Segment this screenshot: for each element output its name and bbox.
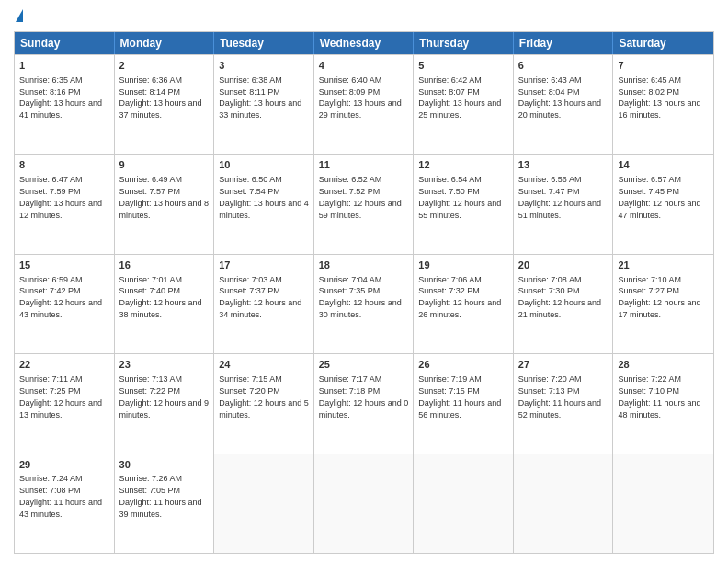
calendar-cell [613, 454, 713, 553]
cell-info: Sunrise: 7:17 AMSunset: 7:18 PMDaylight:… [319, 374, 409, 419]
calendar-header: SundayMondayTuesdayWednesdayThursdayFrid… [15, 32, 713, 54]
cell-info: Sunrise: 6:35 AMSunset: 8:16 PMDaylight:… [19, 75, 102, 120]
cell-info: Sunrise: 7:19 AMSunset: 7:15 PMDaylight:… [418, 374, 501, 419]
logo [14, 9, 23, 24]
calendar-row: 29Sunrise: 7:24 AMSunset: 7:08 PMDayligh… [15, 454, 713, 553]
cell-info: Sunrise: 6:47 AMSunset: 7:59 PMDaylight:… [19, 175, 102, 219]
header [14, 9, 714, 24]
weekday-header: Monday [115, 32, 215, 54]
calendar-cell: 4Sunrise: 6:40 AMSunset: 8:09 PMDaylight… [314, 55, 415, 154]
calendar-cell: 1Sunrise: 6:35 AMSunset: 8:16 PMDaylight… [15, 55, 115, 154]
calendar-cell: 13Sunrise: 6:56 AMSunset: 7:47 PMDayligh… [514, 155, 614, 253]
day-number: 22 [19, 358, 109, 372]
cell-info: Sunrise: 7:04 AMSunset: 7:35 PMDaylight:… [319, 275, 402, 319]
calendar-cell [214, 454, 314, 553]
cell-info: Sunrise: 6:40 AMSunset: 8:09 PMDaylight:… [319, 75, 402, 120]
calendar-cell: 27Sunrise: 7:20 AMSunset: 7:13 PMDayligh… [514, 354, 614, 453]
cell-info: Sunrise: 7:06 AMSunset: 7:32 PMDaylight:… [418, 275, 501, 319]
calendar-cell: 19Sunrise: 7:06 AMSunset: 7:32 PMDayligh… [414, 255, 514, 353]
calendar-cell [314, 454, 415, 553]
calendar-cell: 3Sunrise: 6:38 AMSunset: 8:11 PMDaylight… [214, 55, 314, 154]
day-number: 5 [418, 59, 508, 73]
day-number: 30 [119, 458, 210, 472]
calendar-cell: 9Sunrise: 6:49 AMSunset: 7:57 PMDaylight… [115, 155, 215, 253]
day-number: 8 [19, 158, 109, 172]
cell-info: Sunrise: 6:54 AMSunset: 7:50 PMDaylight:… [418, 175, 501, 219]
day-number: 6 [518, 59, 609, 73]
cell-info: Sunrise: 7:24 AMSunset: 7:08 PMDaylight:… [19, 474, 102, 518]
day-number: 4 [319, 59, 409, 73]
logo-triangle-icon [16, 9, 23, 22]
calendar-cell: 29Sunrise: 7:24 AMSunset: 7:08 PMDayligh… [15, 454, 115, 553]
day-number: 2 [119, 59, 210, 73]
weekday-header: Friday [514, 32, 614, 54]
calendar-cell: 26Sunrise: 7:19 AMSunset: 7:15 PMDayligh… [414, 354, 514, 453]
cell-info: Sunrise: 7:20 AMSunset: 7:13 PMDaylight:… [518, 374, 601, 419]
calendar-body: 1Sunrise: 6:35 AMSunset: 8:16 PMDaylight… [15, 54, 713, 553]
calendar-row: 22Sunrise: 7:11 AMSunset: 7:25 PMDayligh… [15, 353, 713, 453]
calendar-cell: 20Sunrise: 7:08 AMSunset: 7:30 PMDayligh… [514, 255, 614, 353]
calendar-cell: 21Sunrise: 7:10 AMSunset: 7:27 PMDayligh… [613, 255, 713, 353]
calendar-cell: 28Sunrise: 7:22 AMSunset: 7:10 PMDayligh… [613, 354, 713, 453]
calendar-cell: 22Sunrise: 7:11 AMSunset: 7:25 PMDayligh… [15, 354, 115, 453]
calendar-cell [414, 454, 514, 553]
cell-info: Sunrise: 7:01 AMSunset: 7:40 PMDaylight:… [119, 275, 202, 319]
cell-info: Sunrise: 7:11 AMSunset: 7:25 PMDaylight:… [19, 374, 102, 419]
day-number: 9 [119, 158, 210, 172]
cell-info: Sunrise: 6:36 AMSunset: 8:14 PMDaylight:… [119, 75, 202, 120]
weekday-header: Thursday [414, 32, 514, 54]
day-number: 21 [618, 259, 709, 272]
cell-info: Sunrise: 6:57 AMSunset: 7:45 PMDaylight:… [618, 175, 700, 219]
weekday-header: Tuesday [214, 32, 314, 54]
day-number: 12 [418, 158, 508, 172]
calendar-cell: 23Sunrise: 7:13 AMSunset: 7:22 PMDayligh… [115, 354, 215, 453]
calendar-cell: 15Sunrise: 6:59 AMSunset: 7:42 PMDayligh… [15, 255, 115, 353]
calendar-cell: 24Sunrise: 7:15 AMSunset: 7:20 PMDayligh… [214, 354, 314, 453]
calendar-cell: 10Sunrise: 6:50 AMSunset: 7:54 PMDayligh… [214, 155, 314, 253]
day-number: 11 [319, 158, 409, 172]
cell-info: Sunrise: 7:26 AMSunset: 7:05 PMDaylight:… [119, 474, 202, 518]
page: SundayMondayTuesdayWednesdayThursdayFrid… [0, 0, 728, 563]
calendar-cell: 6Sunrise: 6:43 AMSunset: 8:04 PMDaylight… [514, 55, 614, 154]
cell-info: Sunrise: 6:59 AMSunset: 7:42 PMDaylight:… [19, 275, 102, 319]
calendar-cell: 2Sunrise: 6:36 AMSunset: 8:14 PMDaylight… [115, 55, 215, 154]
cell-info: Sunrise: 6:38 AMSunset: 8:11 PMDaylight:… [219, 75, 301, 120]
day-number: 14 [618, 158, 709, 172]
calendar-cell [514, 454, 614, 553]
cell-info: Sunrise: 6:56 AMSunset: 7:47 PMDaylight:… [518, 175, 601, 219]
day-number: 25 [319, 358, 409, 372]
day-number: 17 [219, 259, 309, 272]
day-number: 27 [518, 358, 609, 372]
calendar-row: 8Sunrise: 6:47 AMSunset: 7:59 PMDaylight… [15, 154, 713, 253]
day-number: 15 [19, 259, 109, 272]
calendar-cell: 18Sunrise: 7:04 AMSunset: 7:35 PMDayligh… [314, 255, 415, 353]
day-number: 7 [618, 59, 709, 73]
day-number: 29 [19, 458, 109, 472]
calendar-cell: 17Sunrise: 7:03 AMSunset: 7:37 PMDayligh… [214, 255, 314, 353]
cell-info: Sunrise: 7:08 AMSunset: 7:30 PMDaylight:… [518, 275, 601, 319]
calendar-cell: 14Sunrise: 6:57 AMSunset: 7:45 PMDayligh… [613, 155, 713, 253]
weekday-header: Saturday [613, 32, 713, 54]
cell-info: Sunrise: 7:22 AMSunset: 7:10 PMDaylight:… [618, 374, 700, 419]
day-number: 20 [518, 259, 609, 272]
cell-info: Sunrise: 6:52 AMSunset: 7:52 PMDaylight:… [319, 175, 402, 219]
calendar-cell: 12Sunrise: 6:54 AMSunset: 7:50 PMDayligh… [414, 155, 514, 253]
cell-info: Sunrise: 6:49 AMSunset: 7:57 PMDaylight:… [119, 175, 210, 219]
day-number: 13 [518, 158, 609, 172]
calendar-cell: 25Sunrise: 7:17 AMSunset: 7:18 PMDayligh… [314, 354, 415, 453]
calendar: SundayMondayTuesdayWednesdayThursdayFrid… [14, 31, 714, 554]
calendar-row: 1Sunrise: 6:35 AMSunset: 8:16 PMDaylight… [15, 54, 713, 154]
day-number: 3 [219, 59, 309, 73]
day-number: 19 [418, 259, 508, 272]
day-number: 18 [319, 259, 409, 272]
cell-info: Sunrise: 6:50 AMSunset: 7:54 PMDaylight:… [219, 175, 309, 219]
day-number: 24 [219, 358, 309, 372]
day-number: 26 [418, 358, 508, 372]
day-number: 10 [219, 158, 309, 172]
calendar-cell: 11Sunrise: 6:52 AMSunset: 7:52 PMDayligh… [314, 155, 415, 253]
cell-info: Sunrise: 6:43 AMSunset: 8:04 PMDaylight:… [518, 75, 601, 120]
weekday-header: Wednesday [314, 32, 415, 54]
calendar-row: 15Sunrise: 6:59 AMSunset: 7:42 PMDayligh… [15, 254, 713, 353]
day-number: 28 [618, 358, 709, 372]
cell-info: Sunrise: 6:45 AMSunset: 8:02 PMDaylight:… [618, 75, 700, 120]
